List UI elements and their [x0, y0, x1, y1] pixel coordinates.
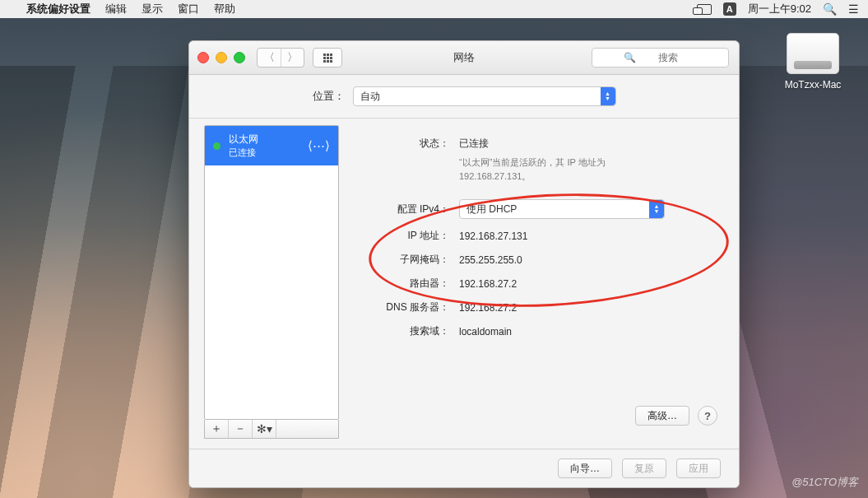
service-sidebar: 以太网 已连接 ⟨⋯⟩ ＋ － ✻▾	[204, 125, 339, 439]
menubar-item-help[interactable]: 帮助	[214, 2, 235, 16]
drive-icon	[787, 33, 839, 74]
chevron-updown-icon: ▲▼	[601, 87, 615, 105]
subnet-mask-value: 255.255.255.0	[459, 254, 522, 266]
desktop-drive[interactable]: MoTzxx-Mac	[781, 33, 845, 91]
search-input[interactable]	[657, 51, 726, 64]
show-all-button[interactable]	[313, 48, 342, 67]
location-row: 位置： 自动 ▲▼	[189, 75, 739, 119]
search-icon: 🔍	[624, 52, 636, 63]
status-note: “以太网”当前是活跃的，其 IP 地址为 192.168.27.131。	[459, 156, 673, 183]
titlebar[interactable]: 〈 〉 网络 🔍	[189, 41, 739, 75]
window-controls	[197, 52, 245, 63]
apply-button[interactable]: 应用	[676, 458, 721, 478]
restore-button[interactable]: 复原	[622, 458, 666, 478]
minimize-button[interactable]	[216, 52, 227, 63]
menubar: 系统偏好设置 编辑 显示 窗口 帮助 A 周一上午9:02 🔍 ☰	[0, 0, 868, 18]
menubar-clock[interactable]: 周一上午9:02	[748, 2, 811, 16]
advanced-button[interactable]: 高级…	[635, 406, 689, 426]
config-ipv4-label: 配置 IPv4：	[360, 202, 449, 216]
desktop: 系统偏好设置 编辑 显示 窗口 帮助 A 周一上午9:02 🔍 ☰ MoTzxx…	[0, 0, 868, 498]
drive-label: MoTzxx-Mac	[781, 79, 845, 91]
service-name: 以太网	[229, 133, 258, 147]
menubar-item-view[interactable]: 显示	[142, 2, 163, 16]
search-field[interactable]: 🔍	[592, 48, 729, 67]
nav-segment: 〈 〉	[257, 48, 304, 67]
screen-mirroring-icon[interactable]	[697, 4, 712, 15]
back-button[interactable]: 〈	[258, 49, 281, 67]
ip-address-label: IP 地址：	[360, 229, 449, 243]
location-label: 位置：	[313, 89, 345, 104]
status-dot-icon	[213, 142, 220, 150]
help-button[interactable]: ?	[698, 406, 717, 426]
chevron-updown-icon: ▲▼	[649, 200, 664, 218]
router-label: 路由器：	[360, 277, 449, 291]
notification-center-icon[interactable]: ☰	[848, 2, 858, 16]
service-list[interactable]: 以太网 已连接 ⟨⋯⟩	[204, 125, 339, 420]
menubar-item-window[interactable]: 窗口	[178, 2, 199, 16]
spotlight-icon[interactable]: 🔍	[823, 2, 837, 16]
service-actions-button[interactable]: ✻▾	[253, 420, 276, 438]
dns-server-value[interactable]: 192.168.27.2	[459, 302, 517, 314]
ip-address-value: 192.168.27.131	[459, 230, 527, 242]
add-service-button[interactable]: ＋	[205, 420, 229, 438]
menubar-app-name[interactable]: 系统偏好设置	[26, 2, 91, 16]
location-select[interactable]: 自动 ▲▼	[353, 86, 616, 106]
subnet-mask-label: 子网掩码：	[360, 253, 449, 267]
zoom-button[interactable]	[234, 52, 245, 63]
status-label: 状态：	[360, 137, 449, 151]
router-value: 192.168.27.2	[459, 278, 517, 290]
search-domain-label: 搜索域：	[360, 324, 449, 338]
close-button[interactable]	[197, 52, 209, 63]
input-source-icon[interactable]: A	[723, 2, 736, 16]
detail-pane: 状态： 已连接 “以太网”当前是活跃的，其 IP 地址为 192.168.27.…	[354, 125, 724, 439]
location-value: 自动	[360, 90, 380, 104]
remove-service-button[interactable]: －	[229, 420, 253, 438]
service-status: 已连接	[229, 147, 258, 159]
dns-server-label: DNS 服务器：	[360, 300, 449, 314]
status-value: 已连接	[459, 137, 489, 151]
config-ipv4-value: 使用 DHCP	[466, 202, 517, 216]
window-footer: 向导… 复原 应用	[189, 449, 739, 487]
search-domain-value[interactable]: localdomain	[459, 326, 512, 337]
service-item-ethernet[interactable]: 以太网 已连接 ⟨⋯⟩	[205, 126, 338, 165]
ethernet-icon: ⟨⋯⟩	[308, 138, 330, 153]
forward-button[interactable]: 〉	[281, 49, 304, 67]
preferences-window: 〈 〉 网络 🔍 位置： 自动 ▲▼	[188, 40, 740, 488]
service-list-footer: ＋ － ✻▾	[204, 420, 339, 439]
watermark: @51CTO博客	[791, 475, 858, 490]
config-ipv4-select[interactable]: 使用 DHCP ▲▼	[459, 199, 665, 219]
wizard-button[interactable]: 向导…	[558, 458, 612, 478]
menubar-item-edit[interactable]: 编辑	[105, 2, 127, 16]
grid-icon	[323, 54, 332, 63]
